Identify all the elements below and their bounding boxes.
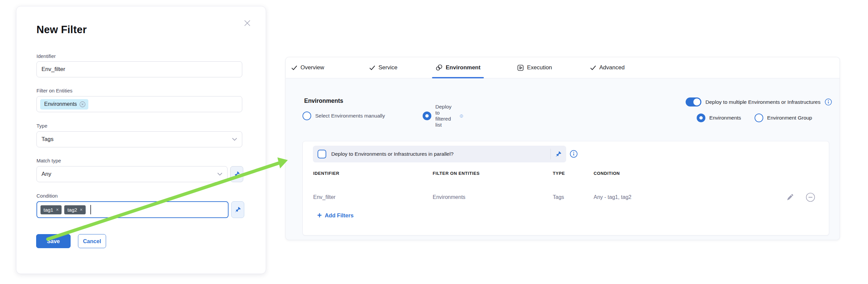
execution-icon bbox=[517, 64, 524, 71]
tab-execution[interactable]: Execution bbox=[517, 57, 552, 78]
col-condition: CONDITION bbox=[594, 171, 620, 176]
filters-table-header: IDENTIFIER FILTER ON ENTITIES TYPE CONDI… bbox=[313, 171, 620, 176]
entities-label: Filter on Entities bbox=[36, 88, 72, 93]
toggle-on[interactable] bbox=[686, 97, 701, 107]
table-row: Env_filter Environments Tags Any - tag1,… bbox=[313, 194, 631, 200]
cell-filter-on-entities: Environments bbox=[433, 194, 553, 200]
radio-icon-selected[interactable] bbox=[423, 112, 431, 120]
info-icon[interactable] bbox=[825, 98, 832, 106]
col-identifier: IDENTIFIER bbox=[313, 171, 433, 176]
pin-icon bbox=[555, 151, 562, 158]
plus-icon: + bbox=[317, 212, 321, 219]
radio-select-manually[interactable]: Select Environments manually bbox=[303, 112, 385, 120]
chip-remove-icon[interactable]: × bbox=[56, 207, 59, 212]
toggle-knob bbox=[693, 98, 700, 106]
pin-icon bbox=[234, 171, 240, 177]
environment-config-panel: Overview Service Environment Execution A… bbox=[285, 57, 840, 240]
entities-chip: Environments bbox=[40, 99, 88, 110]
save-button[interactable]: Save bbox=[36, 234, 71, 248]
cell-identifier: Env_filter bbox=[313, 194, 433, 200]
entities-chip-label: Environments bbox=[44, 101, 77, 107]
condition-chip: tag2 × bbox=[64, 205, 85, 214]
pin-icon bbox=[235, 206, 241, 213]
identifier-input[interactable] bbox=[36, 61, 242, 77]
parallel-deploy-row: Deploy to Environments or Infrastructure… bbox=[313, 146, 566, 163]
condition-chip-label: tag1 bbox=[43, 207, 53, 213]
radio-icon[interactable] bbox=[303, 112, 311, 120]
screen: New Filter Identifier Filter on Entities… bbox=[0, 0, 868, 284]
condition-input[interactable]: tag1 × tag2 × bbox=[36, 201, 228, 218]
info-icon[interactable] bbox=[569, 150, 578, 158]
env-target-radios: Environments Environment Group bbox=[697, 114, 812, 122]
tab-overview[interactable]: Overview bbox=[291, 57, 324, 78]
match-type-pin-button[interactable] bbox=[230, 166, 243, 182]
condition-pin-button[interactable] bbox=[231, 201, 244, 218]
col-filter-on-entities: FILTER ON ENTITIES bbox=[433, 171, 553, 176]
tab-service[interactable]: Service bbox=[369, 57, 398, 78]
filters-card: Deploy to Environments or Infrastructure… bbox=[303, 141, 829, 235]
info-icon[interactable] bbox=[460, 112, 463, 120]
close-icon[interactable] bbox=[243, 19, 252, 28]
radio-icon[interactable] bbox=[754, 114, 763, 122]
environments-heading: Environments bbox=[304, 97, 343, 105]
type-label: Type bbox=[36, 123, 48, 129]
multi-env-toggle-row: Deploy to multiple Environments or Infra… bbox=[686, 97, 832, 107]
condition-label: Condition bbox=[36, 193, 58, 199]
chip-remove-icon[interactable] bbox=[79, 101, 86, 108]
radio-deploy-filtered[interactable]: Deploy to filtered list bbox=[423, 104, 463, 128]
condition-chip-label: tag2 bbox=[67, 207, 77, 213]
check-icon bbox=[590, 65, 596, 71]
cell-condition: Any - tag1, tag2 bbox=[594, 194, 631, 200]
edit-pencil-icon[interactable] bbox=[786, 193, 794, 201]
environment-icon bbox=[435, 64, 443, 71]
radio-environments[interactable]: Environments bbox=[697, 114, 741, 122]
match-type-select[interactable]: Any bbox=[36, 166, 227, 182]
cell-type: Tags bbox=[553, 194, 594, 200]
tab-advanced[interactable]: Advanced bbox=[590, 57, 625, 78]
dialog-title: New Filter bbox=[36, 24, 87, 36]
multi-env-toggle-label: Deploy to multiple Environments or Infra… bbox=[705, 99, 820, 105]
remove-minus-circle-icon[interactable] bbox=[805, 192, 815, 202]
chip-remove-icon[interactable]: × bbox=[80, 207, 83, 212]
parallel-checkbox-label: Deploy to Environments or Infrastructure… bbox=[331, 151, 454, 157]
stage-tabbar: Overview Service Environment Execution A… bbox=[286, 57, 840, 78]
radio-icon-selected[interactable] bbox=[697, 114, 705, 122]
add-filters-button[interactable]: + Add Filters bbox=[317, 212, 354, 219]
check-icon bbox=[369, 65, 375, 71]
deploy-mode-radios: Select Environments manually Deploy to f… bbox=[303, 111, 385, 121]
parallel-pin-button[interactable] bbox=[551, 151, 566, 158]
col-type: TYPE bbox=[553, 171, 594, 176]
tab-environment[interactable]: Environment bbox=[432, 57, 484, 78]
type-select[interactable]: Tags bbox=[36, 131, 242, 147]
condition-chip: tag1 × bbox=[40, 205, 62, 214]
entities-input[interactable]: Environments bbox=[36, 96, 242, 112]
text-caret bbox=[90, 205, 91, 214]
cancel-button[interactable]: Cancel bbox=[78, 234, 106, 248]
row-actions bbox=[786, 192, 815, 202]
check-icon bbox=[291, 65, 298, 71]
match-type-label: Match type bbox=[36, 158, 61, 164]
identifier-label: Identifier bbox=[36, 53, 56, 59]
chevron-down-icon bbox=[217, 172, 222, 176]
match-type-value: Any bbox=[41, 171, 51, 177]
new-filter-dialog: New Filter Identifier Filter on Entities… bbox=[16, 6, 266, 274]
chevron-down-icon bbox=[232, 138, 237, 141]
radio-environment-group[interactable]: Environment Group bbox=[754, 114, 812, 122]
type-select-value: Tags bbox=[41, 136, 54, 143]
parallel-checkbox[interactable] bbox=[317, 150, 326, 159]
